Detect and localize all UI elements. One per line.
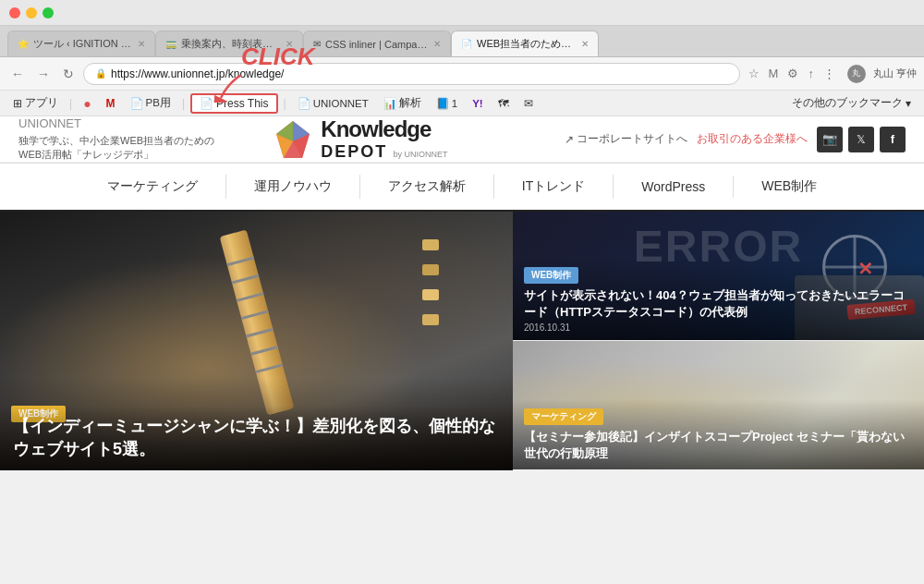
nav-web-production[interactable]: WEB制作	[734, 175, 845, 199]
back-button[interactable]: ←	[7, 65, 28, 83]
tab-1-favicon: ⭐	[18, 39, 29, 49]
reload-button[interactable]: ↻	[59, 65, 78, 83]
bookmark-mail[interactable]: ✉	[518, 95, 539, 112]
bookmark-analytics[interactable]: 📊 解析	[378, 94, 427, 112]
partner-link[interactable]: お取引のある企業様へ	[697, 131, 808, 147]
bookmark-pb[interactable]: 📄 PB用	[125, 94, 176, 112]
side-article-2[interactable]: マーケティング 【セミナー参加後記】インザイトスコープProject セミナー「…	[513, 341, 924, 470]
nav-it-trends[interactable]: ITトレンド	[494, 175, 614, 199]
bookmarks-bar: ⊞ アプリ | ● M 📄 PB用 | 📄 Press This CLICK	[0, 91, 924, 116]
forward-button[interactable]: →	[33, 65, 54, 83]
tab-3[interactable]: ✉ CSS inliner | Campaign Monito... ✕	[303, 30, 451, 56]
extension-icon-2[interactable]: ↑	[805, 65, 817, 82]
external-link-icon: ↗	[565, 133, 574, 146]
tab-2-favicon: 🚃	[165, 39, 176, 49]
site-tagline: 独学で学ぶ、中小企業WEB担当者のためのWEB活用帖「ナレッジデポ」	[18, 134, 214, 163]
browser-window: ⭐ ツール ‹ IGNITION — WordPres... ✕ 🚃 乗換案内、…	[0, 0, 924, 470]
logo-depot: DEPOT	[321, 142, 387, 162]
site-nav: マーケティング 運用ノウハウ アクセス解析 ITトレンド WordPress W…	[0, 163, 924, 212]
user-name: 丸山 亨仲	[873, 67, 917, 80]
tab-2-close[interactable]: ✕	[286, 39, 293, 49]
featured-title: 【インディーミュージシャンに学ぶ！】差別化を図る、個性的なウェブサイト5選。	[0, 406, 513, 470]
site-logo: Knowledge DEPOT by UNIONNET	[273, 116, 447, 162]
instagram-symbol: 📷	[822, 132, 837, 146]
doc-icon-1: 📄	[130, 97, 143, 110]
twitter-icon[interactable]: 𝕏	[848, 127, 874, 152]
other-bookmarks[interactable]: その他のブックマーク ▾	[786, 94, 917, 112]
traffic-lights	[9, 7, 54, 18]
logo-byline: by UNIONNET	[393, 150, 447, 159]
tuning-pegs	[422, 239, 439, 325]
maximize-button[interactable]	[43, 7, 54, 18]
browser-titlebar	[0, 0, 924, 26]
bookmark-1[interactable]: 📘 1	[431, 95, 463, 112]
address-bar[interactable]: 🔒 https://www.unionnet.jp/knowledge/	[83, 63, 740, 85]
tab-bar: ⭐ ツール ‹ IGNITION — WordPres... ✕ 🚃 乗換案内、…	[0, 26, 924, 57]
red-icon: ●	[83, 96, 91, 111]
apps-icon: ⊞	[13, 97, 22, 110]
mail-icon: ✉	[524, 97, 533, 110]
side-article-1-title: サイトが表示されない！404？ウェブ担当者が知っておきたいエラーコード（HTTP…	[524, 287, 913, 321]
side-articles: ERROR ✕ RECONNECT WEB制作 サイトが表示されない！404？ウ…	[513, 212, 924, 470]
extension-icon-1[interactable]: ⚙	[784, 65, 801, 82]
site-name: UNIONNET	[18, 116, 214, 130]
tab-3-close[interactable]: ✕	[433, 39, 441, 49]
analytics-label: 解析	[399, 96, 421, 110]
yahoo-icon: Y!	[472, 98, 483, 109]
nav-wordpress[interactable]: WordPress	[614, 176, 734, 198]
gmail-icon-button[interactable]: M	[766, 65, 782, 82]
user-avatar[interactable]: 丸	[847, 65, 866, 83]
nav-bar: ← → ↻ 🔒 https://www.unionnet.jp/knowledg…	[0, 57, 924, 91]
instagram-icon[interactable]: 📷	[817, 127, 843, 152]
tab-1-close[interactable]: ✕	[138, 39, 145, 49]
close-button[interactable]	[9, 7, 20, 18]
bookmark-unionnet[interactable]: 📄 UNIONNET	[292, 95, 374, 112]
bookmark-red[interactable]: ●	[78, 94, 96, 113]
corporate-link[interactable]: ↗ コーポレートサイトへ	[565, 131, 687, 147]
side-article-1-date: 2016.10.31	[524, 322, 913, 333]
featured-article[interactable]: WEB制作 【インディーミュージシャンに学ぶ！】差別化を図る、個性的なウェブサイ…	[0, 212, 513, 470]
minimize-button[interactable]	[26, 7, 37, 18]
apps-label: アプリ	[25, 96, 58, 110]
separator-3: |	[284, 97, 286, 110]
separator-1: |	[69, 97, 72, 110]
nav-operations[interactable]: 運用ノウハウ	[226, 175, 360, 199]
url-text: https://www.unionnet.jp/knowledge/	[111, 67, 284, 80]
tab-1[interactable]: ⭐ ツール ‹ IGNITION — WordPres... ✕	[7, 30, 155, 56]
side-article-1-badge: WEB制作	[524, 267, 578, 284]
tab-4-active[interactable]: 📄 WEB担当者のためのWEB活用帖 × ✕	[451, 30, 599, 56]
site-header-left: UNIONNET 独学で学ぶ、中小企業WEB担当者のためのWEB活用帖「ナレッジ…	[18, 116, 214, 163]
pb-label: PB用	[146, 96, 171, 110]
site-main: WEB制作 【インディーミュージシャンに学ぶ！】差別化を図る、個性的なウェブサイ…	[0, 212, 924, 470]
side-article-2-title: 【セミナー参加後記】インザイトスコープProject セミナー「貰わない世代の行…	[524, 429, 913, 462]
separator-2: |	[182, 97, 185, 110]
bookmark-star-button[interactable]: ☆	[746, 65, 762, 82]
tab-3-label: CSS inliner | Campaign Monito...	[325, 39, 429, 50]
tab-1-label: ツール ‹ IGNITION — WordPres...	[33, 37, 133, 51]
bookmark-apps[interactable]: ⊞ アプリ	[7, 94, 64, 112]
social-icons: 📷 𝕏 f	[817, 127, 906, 152]
facebook-icon[interactable]: f	[880, 127, 906, 152]
press-this-label: Press This	[216, 97, 268, 110]
analytics-icon: 📊	[383, 97, 396, 110]
nav-analytics[interactable]: アクセス解析	[360, 175, 494, 199]
twitter-symbol: 𝕏	[857, 133, 866, 146]
tab-4-close[interactable]: ✕	[581, 39, 589, 49]
menu-button[interactable]: ⋮	[821, 65, 838, 82]
side-article-1[interactable]: ERROR ✕ RECONNECT WEB制作 サイトが表示されない！404？ウ…	[513, 212, 924, 341]
side-article-2-overlay: マーケティング 【セミナー参加後記】インザイトスコープProject セミナー「…	[513, 399, 924, 469]
bookmark-maps[interactable]: 🗺	[492, 96, 515, 111]
bookmark-gmail[interactable]: M	[101, 95, 121, 112]
other-bm-label: その他のブックマーク	[792, 96, 903, 110]
corporate-link-text: コーポレートサイトへ	[577, 131, 687, 147]
press-this-bookmark[interactable]: 📄 Press This	[190, 93, 277, 114]
site-header: UNIONNET 独学で学ぶ、中小企業WEB担当者のためのWEB活用帖「ナレッジ…	[0, 116, 924, 163]
logo-main: Knowledge	[321, 116, 447, 142]
unionnet-label: UNIONNET	[313, 98, 369, 109]
tab-2[interactable]: 🚃 乗換案内、時刻表、運行情報 - Ya... ✕	[155, 30, 303, 56]
unionnet-icon: 📄	[298, 97, 310, 110]
gmail-icon: M	[106, 97, 116, 110]
nav-icons: ☆ M ⚙ ↑ ⋮	[746, 65, 838, 82]
bookmark-yahoo[interactable]: Y!	[467, 96, 489, 111]
nav-marketing[interactable]: マーケティング	[79, 175, 226, 199]
